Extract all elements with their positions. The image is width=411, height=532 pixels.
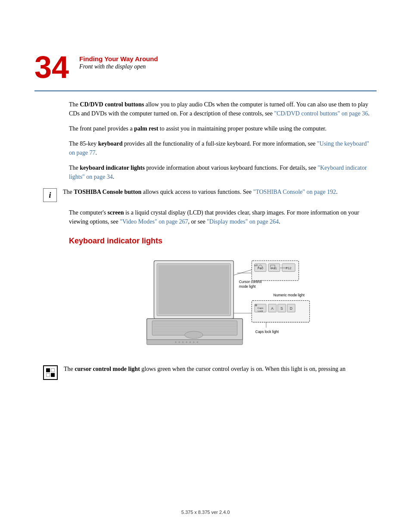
bold-keyboard: keyboard <box>98 140 123 147</box>
cursor-q4 <box>51 373 55 377</box>
diagram-svg: F10 b/0 F11 F12 Cursor control mode ligh… <box>132 252 313 356</box>
svg-text:A: A <box>271 306 274 311</box>
link-display-modes[interactable]: "Display modes" on page 264 <box>207 218 279 225</box>
svg-text:mode light: mode light <box>239 284 256 289</box>
bold-indicator-lights: keyboard indicator lights <box>80 165 145 171</box>
header-section: 34 Finding Your Way Around Front with th… <box>0 0 411 83</box>
svg-text:Caps: Caps <box>258 307 264 309</box>
svg-point-15 <box>190 342 191 343</box>
cursor-icon-grid <box>46 368 55 377</box>
page-number: 34 <box>34 52 69 83</box>
paragraph-screen: The computer's screen is a liquid crysta… <box>69 208 377 226</box>
bold-cd-dvd: CD/DVD control buttons <box>80 101 144 108</box>
paragraph-palm-rest: The front panel provides a palm rest to … <box>69 124 377 133</box>
paragraph-keyboard: The 85-key keyboard provides all the fun… <box>69 139 377 157</box>
svg-point-37 <box>255 304 257 306</box>
svg-text:S: S <box>280 306 283 311</box>
bold-cursor-mode: cursor control mode light <box>75 366 140 372</box>
cursor-mode-row: The cursor control mode light glows gree… <box>43 364 377 380</box>
bold-palm-rest: palm rest <box>134 125 158 132</box>
link-cd-dvd[interactable]: "CD/DVD control buttons" on page 36 <box>274 110 368 117</box>
paragraph-indicator-lights: The keyboard indicator lights provide in… <box>69 163 377 181</box>
svg-point-11 <box>175 342 176 343</box>
paragraph-toshiba-console: The TOSHIBA Console button allows quick … <box>63 187 337 196</box>
header-text: Finding Your Way Around Front with the d… <box>79 52 158 70</box>
cursor-q1 <box>46 368 50 372</box>
cursor-control-icon <box>43 365 58 380</box>
svg-point-12 <box>179 342 180 343</box>
svg-point-16 <box>193 342 194 343</box>
svg-point-9 <box>185 331 203 339</box>
svg-text:Caps lock light: Caps lock light <box>255 330 279 334</box>
svg-point-13 <box>182 342 184 343</box>
svg-rect-10 <box>147 339 243 345</box>
svg-line-46 <box>234 270 252 275</box>
paragraph-cd-dvd: The CD/DVD control buttons allow you to … <box>69 100 377 118</box>
chapter-subtitle: Front with the display open <box>79 63 158 70</box>
cursor-q3 <box>46 373 50 377</box>
svg-text:F11: F11 <box>271 266 277 270</box>
svg-point-17 <box>197 342 198 343</box>
svg-text:Numeric mode light: Numeric mode light <box>274 293 305 297</box>
svg-text:b/0: b/0 <box>254 264 258 267</box>
link-video-modes[interactable]: "Video Modes" on page 267 <box>120 218 188 225</box>
page-footer: 5.375 x 8.375 ver 2.4.0 <box>0 510 411 515</box>
keyboard-diagram: F10 b/0 F11 F12 Cursor control mode ligh… <box>69 252 377 356</box>
bold-screen: screen <box>108 209 124 216</box>
content-area: The CD/DVD control buttons allow you to … <box>0 91 411 380</box>
keyboard-indicator-heading: Keyboard indicator lights <box>69 236 377 246</box>
svg-text:D: D <box>290 306 293 311</box>
cursor-q2 <box>51 368 55 372</box>
bold-toshiba-console: TOSHIBA Console button <box>74 189 141 195</box>
chapter-title: Finding Your Way Around <box>79 55 158 62</box>
svg-text:Cursor control: Cursor control <box>239 280 262 284</box>
link-toshiba-console[interactable]: "TOSHIBA Console" on page 192 <box>253 189 336 195</box>
toshiba-icon: i <box>43 188 57 202</box>
svg-point-14 <box>186 342 187 343</box>
page: 34 Finding Your Way Around Front with th… <box>0 0 411 532</box>
footer-text: 5.375 x 8.375 ver 2.4.0 <box>181 510 230 515</box>
toshiba-console-row: i The TOSHIBA Console button allows quic… <box>43 187 377 202</box>
paragraph-cursor-mode: The cursor control mode light glows gree… <box>64 364 346 373</box>
svg-text:Lock: Lock <box>258 310 263 312</box>
svg-rect-2 <box>158 265 229 314</box>
